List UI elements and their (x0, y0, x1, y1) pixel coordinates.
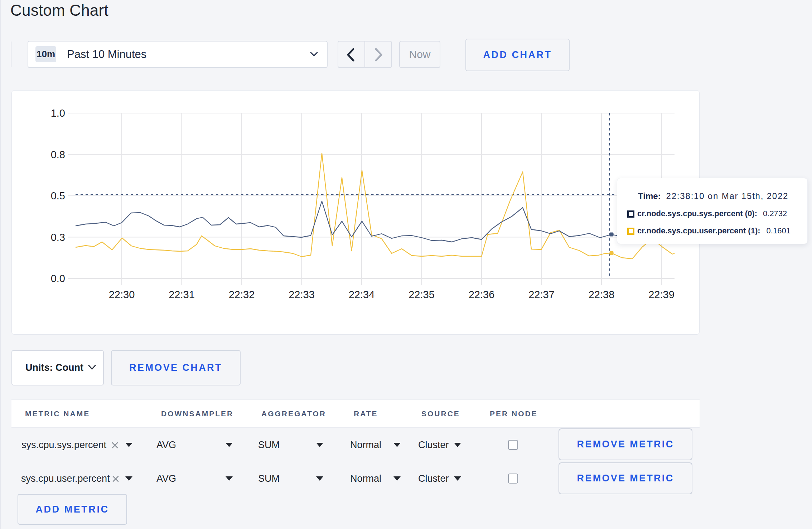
svg-text:22:39: 22:39 (648, 289, 675, 300)
svg-text:0.0: 0.0 (51, 273, 65, 284)
svg-text:22:30: 22:30 (109, 289, 135, 300)
svg-text:22:32: 22:32 (229, 289, 255, 300)
svg-text:22:37: 22:37 (528, 289, 555, 300)
svg-text:0.8: 0.8 (51, 149, 65, 160)
svg-text:22:34: 22:34 (349, 289, 375, 300)
svg-text:22:38: 22:38 (589, 289, 615, 300)
svg-text:22:36: 22:36 (469, 289, 495, 300)
svg-text:1.0: 1.0 (51, 107, 65, 119)
svg-text:0.5: 0.5 (51, 190, 65, 202)
svg-text:0.3: 0.3 (51, 232, 65, 243)
svg-text:22:35: 22:35 (409, 289, 435, 300)
svg-text:22:33: 22:33 (289, 289, 315, 300)
svg-text:22:31: 22:31 (169, 289, 195, 300)
